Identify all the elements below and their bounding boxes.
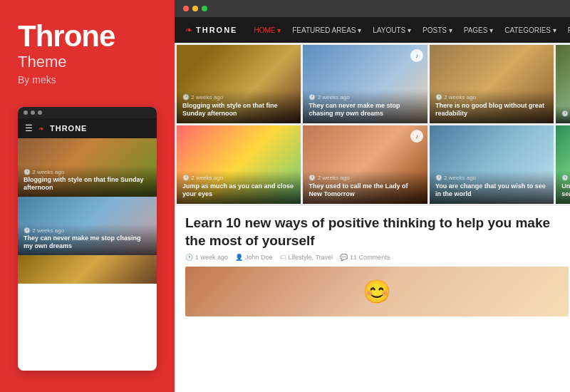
- meta-author: 👤 John Doe: [235, 254, 273, 261]
- brand-by: By meks: [18, 74, 157, 86]
- grid-card-4[interactable]: 🕐 2 weeks ago: [556, 45, 570, 123]
- site-logo-icon: ❧: [185, 25, 192, 35]
- grid-title-2: They can never make me stop chasing my o…: [309, 102, 421, 118]
- article-image: 😊: [185, 267, 569, 316]
- grid-title-3: There is no good blog without great read…: [435, 102, 548, 118]
- article-meta: 🕐 1 week ago 👤 John Doe 🏷 Lifestyle, Tra…: [185, 254, 569, 261]
- image-grid: 🕐 2 weeks ago Blogging with style on tha…: [175, 43, 570, 206]
- nav-posts[interactable]: POSTS ▾: [417, 17, 458, 43]
- mobile-mockup: ☰ ❧ THRONE 🕐 2 weeks ago Blogging with s…: [18, 107, 157, 371]
- tag-icon: 🏷: [280, 254, 286, 261]
- nav-layouts[interactable]: LAYOUTS ▾: [367, 17, 417, 43]
- hamburger-icon: ☰: [25, 123, 33, 133]
- mobile-logo-icon: ❧: [38, 125, 44, 133]
- grid-time-6: 🕐 2 weeks ago: [309, 175, 421, 181]
- comment-icon: 💬: [340, 254, 348, 261]
- grid-card-1[interactable]: 🕐 2 weeks ago Blogging with style on tha…: [177, 45, 301, 123]
- music-icon: ♪: [410, 49, 423, 62]
- grid-time-8: 🕐 2 weeks ago: [561, 175, 570, 181]
- mobile-card-time-1: 🕐 2 weeks ago: [24, 169, 151, 175]
- close-dot: [183, 6, 189, 11]
- maximize-dot: [202, 6, 207, 11]
- grid-title-5: Jump as much as you can and close your e…: [182, 182, 295, 199]
- mobile-dot-1: [24, 110, 28, 115]
- grid-time-5: 🕐 2 weeks ago: [182, 175, 295, 181]
- site-logo-area: ❧ THRONE: [185, 25, 237, 35]
- article-title: Learn 10 new ways of positive thinking t…: [185, 215, 569, 249]
- brand-subtitle: Theme: [18, 53, 157, 71]
- meta-categories-text: Lifestyle, Travel: [289, 254, 333, 261]
- grid-card-7[interactable]: 🕐 2 weeks ago You are change that you wi…: [430, 125, 554, 204]
- main-article: Learn 10 new ways of positive thinking t…: [185, 215, 570, 336]
- grid-card-3[interactable]: 🕐 2 weeks ago There is no good blog with…: [430, 45, 554, 123]
- grid-title-7: You are change that you wish to see in t…: [435, 182, 548, 199]
- mobile-topbar: [18, 107, 157, 118]
- grid-card-6[interactable]: ♪ 🕐 2 weeks ago They used to call me the…: [303, 125, 427, 204]
- mobile-dot-3: [38, 110, 42, 115]
- mobile-card-title-1: Blogging with style on that fine Sunday …: [24, 176, 151, 192]
- grid-time-1: 🕐 2 weeks ago: [182, 94, 295, 100]
- browser-topbar: [175, 0, 570, 17]
- grid-title-8: Under a palm tree at the coast of the se…: [561, 182, 570, 199]
- nav-featured[interactable]: FEATURED AREAS ▾: [286, 17, 367, 43]
- grid-time-3: 🕐 2 weeks ago: [435, 94, 548, 100]
- mobile-card-time-2: 🕐 2 weeks ago: [24, 227, 151, 234]
- grid-title-1: Blogging with style on that fine Sunday …: [182, 102, 295, 118]
- grid-card-2[interactable]: ♪ 🕐 2 weeks ago They can never make me s…: [303, 45, 427, 123]
- mobile-card-3[interactable]: [18, 255, 157, 284]
- grid-time-2: 🕐 2 weeks ago: [309, 94, 421, 100]
- smile-icon: 😊: [363, 278, 391, 305]
- meta-time-text: 1 week ago: [195, 254, 228, 261]
- user-icon: 👤: [235, 254, 243, 261]
- grid-card-5[interactable]: 🕐 2 weeks ago Jump as much as you can an…: [177, 125, 301, 204]
- meta-author-text: John Doe: [245, 254, 273, 261]
- mobile-card-2[interactable]: 🕐 2 weeks ago They can never make me sto…: [18, 197, 157, 255]
- brand-title: Throne: [18, 21, 157, 51]
- mobile-card-title-2: They can never make me stop chasing my o…: [24, 234, 151, 251]
- content-section: Learn 10 new ways of positive thinking t…: [175, 206, 570, 344]
- nav-categories[interactable]: CATEGORIES ▾: [499, 17, 562, 43]
- grid-time-4: 🕐 2 weeks ago: [561, 110, 570, 117]
- mobile-logo-text: THRONE: [50, 124, 87, 133]
- meta-time: 🕐 1 week ago: [185, 254, 228, 261]
- grid-time-7: 🕐 2 weeks ago: [435, 175, 548, 181]
- nav-home[interactable]: HOME ▾: [248, 17, 286, 43]
- site-logo-text: THRONE: [196, 26, 237, 34]
- mobile-card-1[interactable]: 🕐 2 weeks ago Blogging with style on tha…: [18, 138, 157, 197]
- mobile-card-overlay-2: 🕐 2 weeks ago They can never make me sto…: [18, 224, 157, 255]
- meta-comments: 💬 11 Comments: [340, 254, 390, 261]
- clock-icon: 🕐: [185, 254, 193, 261]
- grid-card-8[interactable]: ▶ 🕐 2 weeks ago Under a palm tree at the…: [556, 125, 570, 204]
- meta-comments-text: 11 Comments: [350, 254, 390, 261]
- nav-pages[interactable]: PAGES ▾: [458, 17, 499, 43]
- music-icon-2: ♪: [410, 130, 423, 143]
- mobile-dot-2: [31, 110, 35, 115]
- minimize-dot: [192, 6, 198, 11]
- site-nav: ❧ THRONE HOME ▾ FEATURED AREAS ▾ LAYOUTS…: [175, 17, 570, 43]
- nav-features[interactable]: FEATURES ▾: [562, 17, 570, 43]
- browser-content: ❧ THRONE HOME ▾ FEATURED AREAS ▾ LAYOUTS…: [175, 17, 570, 392]
- right-panel: ❧ THRONE HOME ▾ FEATURED AREAS ▾ LAYOUTS…: [175, 0, 570, 392]
- mobile-card-overlay-1: 🕐 2 weeks ago Blogging with style on tha…: [18, 165, 157, 197]
- meta-categories: 🏷 Lifestyle, Travel: [280, 254, 333, 261]
- mobile-nav: ☰ ❧ THRONE: [18, 118, 157, 138]
- left-panel: Throne Theme By meks ☰ ❧ THRONE 🕐 2 week…: [0, 0, 175, 392]
- grid-title-6: They used to call me the Lady of New Tom…: [309, 182, 421, 199]
